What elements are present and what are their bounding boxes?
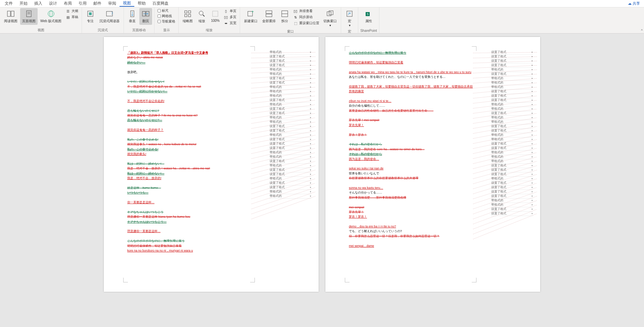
sidebyside-button[interactable]: ▯▯并排查看 [292, 8, 321, 14]
revision-entry[interactable]: 带格式的▾ [270, 85, 311, 90]
revision-entry[interactable]: 设置了格式▾ [491, 190, 533, 194]
revision-entry[interactable]: 设置了格式▾ [270, 76, 311, 81]
revision-entry[interactable]: 设置了格式▾ [270, 146, 311, 151]
zoom-100-button[interactable]: 100% [209, 8, 222, 24]
flip-button[interactable]: 翻页 [139, 8, 152, 25]
revision-entry[interactable]: 带格式的▾ [491, 85, 533, 90]
menu-layout[interactable]: 布局 [60, 1, 75, 6]
revision-entry[interactable]: 设置了格式▾ [270, 142, 311, 146]
syncscroll-button[interactable]: ⇅同步滚动 [292, 14, 321, 20]
revision-entry[interactable]: 设置了格式▾ [491, 194, 533, 199]
revision-entry[interactable]: 设置了格式▾ [491, 111, 533, 116]
read-view-button[interactable]: 阅读视图 [2, 8, 19, 25]
menu-references[interactable]: 引用 [75, 1, 90, 6]
revision-entry[interactable]: 设置了格式▾ [491, 168, 533, 172]
revision-entry[interactable]: 带格式的▾ [270, 164, 311, 168]
revision-entry[interactable]: 带格式的▾ [270, 133, 311, 138]
revision-entry[interactable]: 设置了格式▾ [270, 138, 311, 142]
revision-entry[interactable]: 设置了格式▾ [270, 55, 311, 59]
revision-entry[interactable]: 设置了格式▾ [491, 98, 533, 103]
revision-entry[interactable]: 设置了格式▾ [270, 168, 311, 172]
revision-entry[interactable]: 设置了格式▾ [491, 212, 533, 216]
revision-entry[interactable]: 带格式的▾ [491, 76, 533, 81]
revision-entry[interactable]: 设置了格式▾ [270, 111, 311, 116]
onepage-button[interactable]: ▯单页 [222, 8, 238, 14]
focus-button[interactable]: 专注 [84, 8, 97, 25]
revision-entry[interactable]: 带格式的▾ [491, 81, 533, 85]
immersive-reader-button[interactable]: 沉浸式阅读器 [97, 8, 122, 25]
outline-button[interactable]: ☰大纲 [64, 8, 80, 14]
revision-entry[interactable]: 带格式的▾ [270, 194, 311, 199]
arrange-all-button[interactable]: 全部重排 [260, 8, 278, 25]
switch-window-button[interactable]: 切换窗口 ▾ [321, 8, 339, 29]
macro-button[interactable]: 宏 ▾ [343, 8, 356, 29]
revision-entry[interactable]: 设置了格式▾ [491, 146, 533, 151]
resetpos-button[interactable]: ⬚重设窗口位置 [292, 20, 321, 26]
new-window-button[interactable]: +新建窗口 [242, 8, 260, 25]
revision-entry[interactable]: 设置了格式▾ [270, 185, 311, 190]
vertical-button[interactable]: 垂直 [126, 8, 139, 25]
revision-entry[interactable]: 带格式的▾ [491, 177, 533, 181]
revision-entry[interactable]: 带格式的▾ [491, 116, 533, 120]
zoom-button[interactable]: 缩放 [195, 8, 208, 25]
split-button[interactable]: 拆分 [278, 8, 291, 25]
revision-entry[interactable]: 带格式的▾ [270, 120, 311, 124]
revision-entry[interactable]: 设置了格式▾ [491, 172, 533, 177]
revision-entry[interactable]: 设置了格式▾ [491, 59, 533, 63]
revision-entry[interactable]: 设置了格式▾ [270, 107, 311, 111]
nav-check[interactable]: 导航窗格 [156, 19, 176, 24]
share-button[interactable]: ☁ 共享 [625, 1, 643, 6]
ruler-check[interactable]: 标尺 [156, 8, 176, 13]
revision-entry[interactable]: 设置了格式▾ [491, 207, 533, 212]
menu-review[interactable]: 审阅 [105, 1, 120, 6]
revision-entry[interactable]: 带格式的▾ [491, 159, 533, 164]
revision-entry[interactable]: 设置了格式▾ [270, 98, 311, 103]
revision-entry[interactable]: 带格式的▾ [270, 72, 311, 76]
collapse-ribbon-button[interactable]: ^ [641, 29, 643, 33]
revision-entry[interactable]: 设置了格式▾ [491, 55, 533, 59]
revision-entry[interactable]: 带格式的▾ [491, 151, 533, 155]
revision-entry[interactable]: 带格式的▾ [270, 90, 311, 94]
properties-button[interactable]: S属性 [362, 8, 375, 25]
revision-entry[interactable]: 设置了格式▾ [270, 129, 311, 133]
multipage-button[interactable]: ▯▯多页 [222, 14, 238, 20]
menu-design[interactable]: 设计 [46, 1, 60, 6]
revision-entry[interactable]: 带格式的▾ [491, 138, 533, 142]
revision-entry[interactable]: 带格式的▾ [270, 68, 311, 72]
menu-view[interactable]: 视图 [120, 0, 134, 7]
thumbnail-button[interactable]: 缩略图 [181, 8, 195, 25]
revision-entry[interactable]: 设置了格式▾ [270, 172, 311, 177]
menu-insert[interactable]: 插入 [31, 1, 46, 6]
revision-entry[interactable]: 带格式的▾ [491, 203, 533, 207]
revision-entry[interactable]: 带格式的▾ [491, 133, 533, 138]
menu-home[interactable]: 开始 [16, 1, 31, 6]
revision-entry[interactable]: 设置了格式▾ [491, 94, 533, 98]
revision-entry[interactable]: 带格式的▾ [270, 155, 311, 159]
revision-entry[interactable]: 带格式的▾ [491, 199, 533, 203]
revision-entry[interactable]: 带格式的▾ [491, 107, 533, 111]
grid-check[interactable]: 网格线 [156, 13, 176, 19]
revision-entry[interactable]: 带格式的▾ [491, 68, 533, 72]
revision-entry[interactable]: 带格式的▾ [491, 155, 533, 159]
revision-entry[interactable]: 设置了格式▾ [491, 124, 533, 129]
revision-entry[interactable]: 带格式的▾ [270, 50, 311, 55]
revision-entry[interactable]: 设置了格式▾ [270, 181, 311, 185]
revision-entry[interactable]: 设置了格式▾ [270, 59, 311, 63]
web-view-button[interactable]: Web 版式视图 [38, 8, 63, 25]
document-content[interactable]: こんなのボロボロなのに、無理矢理に笑う 明明已经遍体鳞伤，却还要勉强自己笑着 a… [349, 50, 473, 278]
revision-entry[interactable]: 设置了格式▾ [270, 159, 311, 164]
menu-baidu[interactable]: 百度网盘 [149, 1, 172, 6]
revision-entry[interactable]: 带格式的▾ [270, 103, 311, 107]
revision-entry[interactable]: 设置了格式▾ [491, 63, 533, 68]
revision-entry[interactable]: 设置了格式▾ [491, 72, 533, 76]
draft-button[interactable]: ▤草稿 [64, 14, 80, 20]
revision-entry[interactable]: 设置了格式▾ [491, 142, 533, 146]
revision-entry[interactable]: 带格式的▾ [270, 151, 311, 155]
revision-entry[interactable]: 设置了格式▾ [491, 90, 533, 94]
document-workspace[interactable]: 「崩坏3」剧情短片「罪人挽歌」日文台词+罗马音+中文参考 諦めなさい akira… [0, 34, 644, 327]
revision-entry[interactable]: 设置了格式▾ [491, 50, 533, 55]
revision-entry[interactable]: 带格式的▾ [270, 190, 311, 194]
pagewidth-button[interactable]: ⬌页宽 [222, 20, 238, 26]
revision-entry[interactable]: 设置了格式▾ [491, 164, 533, 168]
menu-file[interactable]: 文件 [1, 1, 16, 6]
